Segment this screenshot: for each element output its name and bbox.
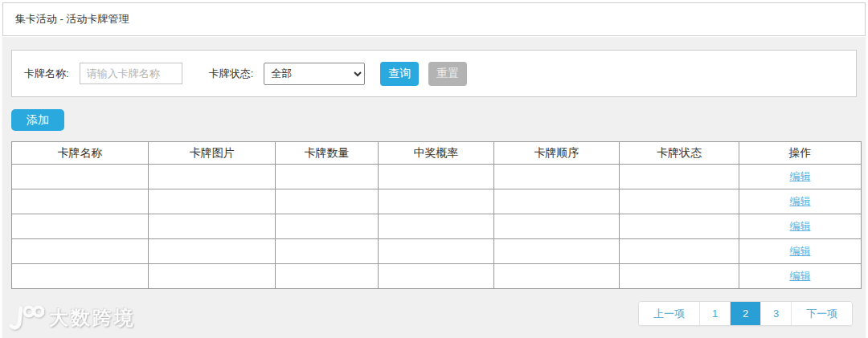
pagination-bar: 上一项 1 2 3 下一项: [11, 301, 853, 326]
card-name-label: 卡牌名称:: [24, 67, 69, 81]
cell-card-order: [493, 239, 619, 264]
cell-card-status: [619, 189, 739, 214]
page: 集卡活动 - 活动卡牌管理 卡牌名称: 卡牌状态: 全部 查询 重置 添加 卡牌…: [0, 0, 868, 338]
add-button[interactable]: 添加: [11, 109, 64, 131]
cell-win-probability: [379, 189, 494, 214]
cell-card-quantity: [276, 239, 379, 264]
card-status-select[interactable]: 全部: [264, 63, 365, 85]
cell-actions: 编辑: [739, 264, 861, 289]
cell-card-name: [12, 189, 149, 214]
table-row: 编辑: [12, 165, 862, 189]
cell-actions: 编辑: [739, 239, 861, 264]
pagination: 上一项 1 2 3 下一项: [638, 301, 853, 326]
cell-card-quantity: [276, 165, 379, 189]
edit-link[interactable]: 编辑: [789, 220, 810, 232]
edit-link[interactable]: 编辑: [789, 170, 810, 182]
cell-card-status: [619, 214, 739, 239]
pagination-page-2-active[interactable]: 2: [730, 302, 760, 325]
card-table: 卡牌名称 卡牌图片 卡牌数量 中奖概率 卡牌顺序 卡牌状态 操作: [11, 141, 862, 289]
cell-win-probability: [379, 264, 494, 289]
cell-win-probability: [379, 239, 494, 264]
cell-card-image: [149, 239, 276, 264]
card-name-input[interactable]: [80, 63, 182, 84]
cell-card-status: [619, 165, 739, 189]
reset-button[interactable]: 重置: [428, 62, 467, 86]
pagination-page-3[interactable]: 3: [760, 302, 791, 325]
header-card-image: 卡牌图片: [149, 142, 276, 165]
cell-card-name: [12, 214, 149, 239]
cell-win-probability: [379, 165, 494, 189]
cell-card-quantity: [276, 189, 379, 214]
table-row: 编辑: [12, 214, 862, 239]
cell-card-order: [493, 165, 619, 189]
header-card-status: 卡牌状态: [619, 142, 739, 165]
cell-actions: 编辑: [739, 165, 861, 189]
table-row: 编辑: [12, 239, 862, 264]
pagination-prev-button[interactable]: 上一项: [639, 302, 699, 325]
cell-card-order: [493, 189, 619, 214]
cell-card-name: [12, 264, 149, 289]
cell-card-order: [493, 264, 619, 289]
cell-card-quantity: [276, 214, 379, 239]
pagination-next-button[interactable]: 下一项: [791, 302, 852, 325]
cell-card-status: [619, 264, 739, 289]
header-card-quantity: 卡牌数量: [276, 142, 379, 165]
cell-card-status: [619, 239, 739, 264]
breadcrumb: 集卡活动 - 活动卡牌管理: [15, 12, 129, 26]
cell-actions: 编辑: [739, 189, 861, 214]
table-row: 编辑: [12, 189, 862, 214]
edit-link[interactable]: 编辑: [789, 195, 810, 207]
table-header-row: 卡牌名称 卡牌图片 卡牌数量 中奖概率 卡牌顺序 卡牌状态 操作: [12, 142, 862, 165]
pagination-page-1[interactable]: 1: [699, 302, 730, 325]
edit-link[interactable]: 编辑: [789, 245, 810, 257]
table-row: 编辑: [12, 264, 862, 289]
edit-link[interactable]: 编辑: [789, 270, 810, 282]
content-area: 卡牌名称: 卡牌状态: 全部 查询 重置 添加 卡牌名称 卡牌图片 卡牌数量 中…: [2, 37, 866, 338]
header-card-order: 卡牌顺序: [493, 142, 619, 165]
filter-panel: 卡牌名称: 卡牌状态: 全部 查询 重置: [11, 50, 857, 97]
cell-card-name: [12, 239, 149, 264]
breadcrumb-bar: 集卡活动 - 活动卡牌管理: [2, 2, 866, 36]
search-button[interactable]: 查询: [380, 62, 419, 86]
header-actions: 操作: [739, 142, 861, 165]
cell-card-name: [12, 165, 149, 189]
cell-card-image: [149, 189, 276, 214]
cell-card-image: [149, 264, 276, 289]
cell-card-quantity: [276, 264, 379, 289]
cell-win-probability: [379, 214, 494, 239]
header-win-probability: 中奖概率: [379, 142, 494, 165]
cell-card-image: [149, 165, 276, 189]
header-card-name: 卡牌名称: [12, 142, 149, 165]
cell-card-order: [493, 214, 619, 239]
card-status-label: 卡牌状态:: [209, 67, 254, 81]
cell-card-image: [149, 214, 276, 239]
cell-actions: 编辑: [739, 214, 861, 239]
